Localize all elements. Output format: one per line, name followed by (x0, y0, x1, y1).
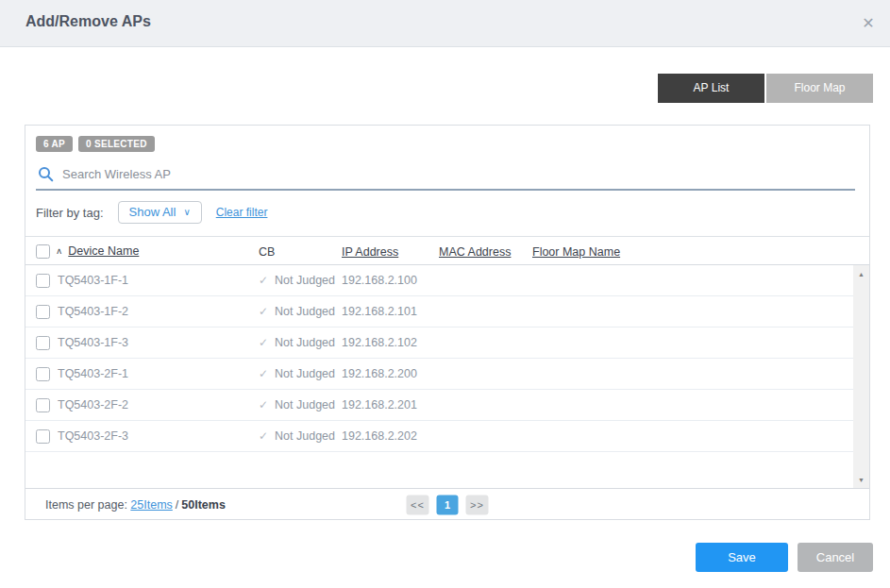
table-row: TQ5403-1F-2 ✓Not Judged 192.168.2.101 (25, 296, 869, 328)
cancel-button[interactable]: Cancel (798, 543, 873, 572)
panel-top-section: 6 AP 0 SELECTED Filter by tag: Show All … (25, 126, 869, 236)
row-checkbox-cell (36, 335, 56, 349)
tag-filter-value: Show All (129, 205, 176, 219)
count-badges: 6 AP 0 SELECTED (36, 136, 859, 152)
ap-count-badge: 6 AP (36, 136, 73, 152)
row-checkbox-cell (36, 366, 56, 380)
selected-count-badge: 0 SELECTED (78, 136, 155, 152)
cb-cell: ✓Not Judged (259, 429, 342, 443)
cb-cell: ✓Not Judged (259, 336, 342, 349)
row-checkbox[interactable] (36, 305, 50, 319)
table-row: TQ5403-1F-1 ✓Not Judged 192.168.2.100 (25, 265, 869, 296)
cb-header-cell: CB (259, 243, 342, 260)
device-name-cell: TQ5403-2F-1 (56, 367, 259, 380)
search-input[interactable] (62, 167, 855, 181)
search-icon (38, 166, 54, 182)
pagination-current-page[interactable]: 1 (437, 495, 459, 514)
ip-address-cell: 192.168.2.201 (342, 398, 439, 412)
ip-address-cell: 192.168.2.102 (342, 336, 439, 349)
row-checkbox[interactable] (36, 429, 50, 444)
ap-list-panel: 6 AP 0 SELECTED Filter by tag: Show All … (25, 125, 870, 520)
dialog-titlebar: Add/Remove APs ✕ (0, 0, 890, 47)
scroll-down-icon[interactable]: ▼ (853, 473, 869, 486)
cb-status: Not Judged (275, 367, 335, 380)
cb-status: Not Judged (275, 398, 335, 412)
close-icon[interactable]: ✕ (856, 11, 881, 36)
ip-address-cell: 192.168.2.101 (342, 305, 439, 318)
ip-address-cell: 192.168.2.200 (342, 367, 439, 380)
view-tabs: AP List Floor Map (658, 74, 873, 103)
table-row: TQ5403-2F-2 ✓Not Judged 192.168.2.201 (25, 390, 869, 421)
items-per-page-label: Items per page: (45, 498, 127, 512)
table-row: TQ5403-2F-1 ✓Not Judged 192.168.2.200 (25, 359, 869, 390)
row-checkbox[interactable] (36, 336, 50, 350)
cb-status: Not Judged (275, 429, 335, 443)
pagination-prev-button[interactable]: << (407, 495, 429, 514)
check-icon: ✓ (259, 429, 268, 443)
row-checkbox-cell (36, 397, 56, 412)
device-name-cell: TQ5403-1F-2 (56, 305, 259, 318)
page-size-link[interactable]: 25Items (130, 498, 172, 512)
vertical-scrollbar[interactable]: ▲ ▼ (853, 265, 869, 488)
row-checkbox-cell (36, 273, 56, 287)
device-name-cell: TQ5403-2F-2 (56, 398, 259, 412)
row-checkbox-cell (36, 304, 56, 318)
column-header-cb: CB (259, 245, 275, 259)
filter-row: Filter by tag: Show All ∨ Clear filter (36, 201, 859, 224)
device-name-cell: TQ5403-1F-1 (56, 274, 259, 287)
filter-label: Filter by tag: (36, 206, 104, 220)
row-checkbox[interactable] (36, 274, 50, 288)
tab-floor-map[interactable]: Floor Map (766, 74, 873, 103)
cb-status: Not Judged (275, 336, 335, 349)
check-icon: ✓ (259, 274, 268, 287)
floor-map-header-cell: Floor Map Name (532, 243, 869, 260)
search-bar (36, 166, 855, 191)
row-checkbox[interactable] (36, 398, 50, 412)
cb-status: Not Judged (275, 305, 335, 318)
column-header-floor-map-name[interactable]: Floor Map Name (532, 245, 620, 259)
total-items: 50Items (181, 498, 226, 512)
ip-header-cell: IP Address (342, 243, 439, 260)
table-row: TQ5403-1F-3 ✓Not Judged 192.168.2.102 (25, 328, 869, 359)
column-header-device-name[interactable]: Device Name (68, 244, 139, 258)
ip-address-cell: 192.168.2.100 (342, 274, 439, 287)
pagination-next-button[interactable]: >> (466, 495, 489, 514)
device-name-cell: TQ5403-1F-3 (56, 336, 259, 349)
dialog-actions: Save Cancel (696, 543, 873, 572)
cb-cell: ✓Not Judged (259, 398, 342, 412)
check-icon: ✓ (259, 367, 268, 380)
table-footer: Items per page: 25Items/50Items << 1 >> (25, 489, 869, 520)
select-all-checkbox[interactable] (36, 244, 50, 259)
items-separator: / (176, 498, 178, 512)
row-checkbox[interactable] (36, 367, 50, 381)
chevron-down-icon: ∨ (183, 207, 190, 217)
check-icon: ✓ (259, 336, 268, 349)
check-icon: ✓ (259, 398, 268, 412)
mac-header-cell: MAC Address (439, 243, 532, 260)
items-per-page: Items per page: 25Items/50Items (45, 498, 226, 512)
column-header-mac-address[interactable]: MAC Address (439, 245, 511, 259)
ip-address-cell: 192.168.2.202 (342, 429, 439, 443)
row-checkbox-cell (36, 428, 56, 443)
table-header: ∧ Device Name CB IP Address MAC Address … (25, 236, 869, 265)
cb-status: Not Judged (275, 274, 335, 287)
select-all-cell (36, 243, 56, 260)
clear-filter-link[interactable]: Clear filter (216, 206, 268, 219)
sort-ascending-icon: ∧ (56, 246, 62, 256)
tag-filter-dropdown[interactable]: Show All ∨ (118, 201, 202, 224)
device-name-header-cell: ∧ Device Name (56, 244, 259, 258)
device-name-cell: TQ5403-2F-3 (56, 429, 259, 443)
column-header-ip-address[interactable]: IP Address (342, 245, 398, 259)
tab-ap-list[interactable]: AP List (658, 74, 764, 103)
dialog-title: Add/Remove APs (25, 13, 151, 30)
save-button[interactable]: Save (696, 543, 788, 572)
check-icon: ✓ (259, 305, 268, 318)
pagination: << 1 >> (407, 495, 489, 514)
cb-cell: ✓Not Judged (259, 367, 342, 380)
table-row: TQ5403-2F-3 ✓Not Judged 192.168.2.202 (25, 421, 869, 452)
table-rows: TQ5403-1F-1 ✓Not Judged 192.168.2.100 TQ… (25, 265, 869, 452)
cb-cell: ✓Not Judged (259, 274, 342, 287)
scroll-up-icon[interactable]: ▲ (853, 267, 869, 280)
cb-cell: ✓Not Judged (259, 305, 342, 318)
table-body: TQ5403-1F-1 ✓Not Judged 192.168.2.100 TQ… (25, 265, 869, 489)
